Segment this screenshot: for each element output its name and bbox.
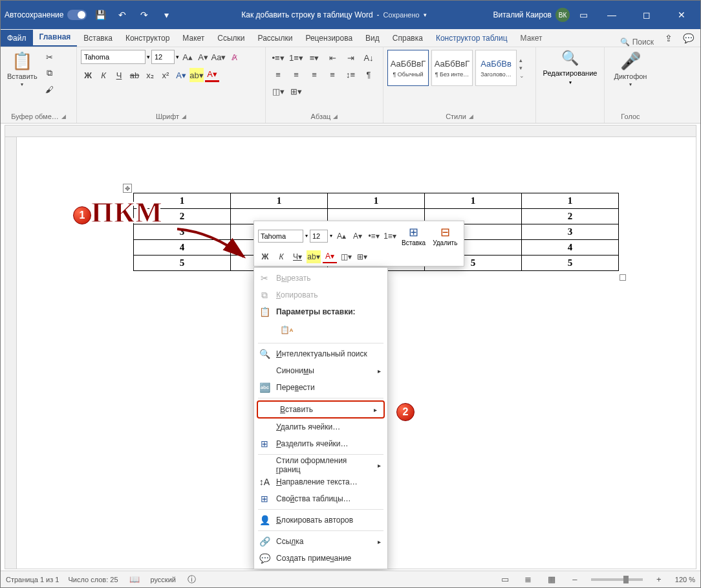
zoom-out-icon[interactable]: –: [568, 574, 582, 584]
text-effects-icon[interactable]: A▾: [174, 68, 188, 82]
mini-grow-font-icon[interactable]: A▴: [334, 230, 349, 243]
ctx-smart-lookup[interactable]: 🔍Интеллектуальный поиск: [254, 345, 387, 362]
styles-down-icon[interactable]: ▾: [519, 65, 524, 71]
tab-insert[interactable]: Вставка: [77, 30, 119, 47]
ctx-text-direction[interactable]: ↕AНаправление текста…: [254, 474, 387, 490]
redo-icon[interactable]: ↷: [136, 6, 153, 23]
ctx-synonyms[interactable]: Синонимы▸: [254, 362, 387, 379]
zoom-in-icon[interactable]: +: [652, 574, 666, 584]
format-painter-icon[interactable]: 🖌: [43, 82, 57, 96]
ctx-split-cells[interactable]: ⊞Разделить ячейки…: [254, 435, 387, 452]
bold-button[interactable]: Ж: [81, 68, 95, 82]
tab-references[interactable]: Ссылки: [211, 30, 251, 47]
font-name-input[interactable]: [81, 50, 146, 64]
justify-icon[interactable]: ≡: [324, 67, 341, 82]
undo-icon[interactable]: ↶: [114, 6, 131, 23]
ctx-new-comment[interactable]: 💬Создать примечание: [254, 550, 387, 567]
qat-more-icon[interactable]: ▾: [158, 6, 175, 23]
zoom-level[interactable]: 120 %: [675, 576, 695, 583]
style-normal[interactable]: АаБбВвГ ¶ Обычный: [387, 50, 429, 86]
close-button[interactable]: ✕: [667, 5, 696, 25]
language-status[interactable]: русский: [151, 576, 176, 583]
multilevel-icon[interactable]: ≡▾: [306, 50, 323, 65]
align-left-icon[interactable]: ≡: [270, 67, 286, 82]
style-no-spacing[interactable]: АаБбВвГ ¶ Без инте…: [431, 50, 473, 86]
ctx-delete-cells[interactable]: Удалить ячейки…: [254, 419, 387, 435]
borders-icon[interactable]: ⊞▾: [288, 83, 305, 99]
tab-layout[interactable]: Макет: [176, 30, 211, 47]
table-resize-handle[interactable]: [620, 274, 626, 281]
italic-button[interactable]: К: [96, 68, 111, 82]
mini-font-color-icon[interactable]: A▾: [323, 250, 337, 263]
tab-home[interactable]: Главная: [33, 28, 78, 47]
align-center-icon[interactable]: ≡: [288, 67, 305, 82]
tab-design[interactable]: Конструктор: [119, 30, 176, 47]
numbering-icon[interactable]: 1≡▾: [288, 50, 305, 65]
ribbon-options-icon[interactable]: ▭: [575, 6, 592, 23]
tab-table-layout[interactable]: Макет: [514, 30, 549, 47]
styles-up-icon[interactable]: ▴: [519, 57, 524, 63]
superscript-icon[interactable]: x²: [158, 68, 173, 82]
underline-button[interactable]: Ч: [112, 68, 126, 82]
clear-format-icon[interactable]: A̷: [227, 50, 241, 64]
sort-icon[interactable]: A↓: [360, 50, 377, 65]
ctx-border-styles[interactable]: Стили оформления границ▸: [254, 457, 387, 474]
bullets-icon[interactable]: •≡▾: [270, 50, 286, 65]
horizontal-ruler[interactable]: [5, 125, 696, 137]
launcher-icon[interactable]: ◢: [469, 113, 473, 120]
share-icon[interactable]: ⇪: [660, 30, 677, 47]
find-icon[interactable]: 🔍: [561, 50, 579, 67]
mini-delete-button[interactable]: ⊟Удалить: [430, 224, 460, 248]
highlight-icon[interactable]: ab▾: [189, 68, 204, 82]
mini-numbering-icon[interactable]: 1≡▾: [383, 230, 397, 243]
tab-table-design[interactable]: Конструктор таблиц: [429, 30, 514, 47]
tab-mailings[interactable]: Рассылки: [252, 30, 299, 47]
font-size-input[interactable]: [151, 50, 175, 64]
ctx-insert[interactable]: Вставить▸: [257, 400, 385, 419]
cut-icon[interactable]: ✂: [43, 50, 57, 64]
font-color-icon[interactable]: A▾: [205, 68, 219, 82]
minimize-button[interactable]: —: [597, 5, 627, 25]
web-layout-icon[interactable]: ▦: [545, 574, 559, 584]
mini-insert-button[interactable]: ⊞Вставка: [399, 224, 428, 248]
word-count[interactable]: Число слов: 25: [68, 576, 118, 583]
ctx-copy[interactable]: ⧉Копировать: [254, 287, 387, 303]
strike-button[interactable]: ab: [127, 68, 142, 82]
save-icon[interactable]: 💾: [92, 6, 109, 23]
launcher-icon[interactable]: ◢: [333, 113, 338, 120]
print-layout-icon[interactable]: ≣: [521, 574, 535, 584]
grow-font-icon[interactable]: A▴: [180, 50, 195, 64]
autosave-toggle[interactable]: Автосохранение: [5, 10, 87, 20]
copy-icon[interactable]: ⧉: [43, 66, 57, 80]
mini-font-size[interactable]: [310, 230, 328, 243]
read-mode-icon[interactable]: ▭: [498, 574, 512, 584]
tab-review[interactable]: Рецензирова: [299, 30, 359, 47]
vertical-ruler[interactable]: [5, 137, 17, 569]
spellcheck-icon[interactable]: 📖: [127, 574, 142, 584]
ctx-link[interactable]: 🔗Ссылка▸: [254, 533, 387, 550]
mini-underline-icon[interactable]: Ч▾: [290, 250, 305, 263]
maximize-button[interactable]: ◻: [632, 5, 662, 25]
comments-icon[interactable]: 💬: [680, 30, 696, 47]
line-spacing-icon[interactable]: ↕≡: [342, 67, 359, 82]
zoom-slider[interactable]: [591, 578, 643, 581]
launcher-icon[interactable]: ◢: [61, 113, 66, 120]
mini-highlight-icon[interactable]: ab▾: [307, 250, 321, 263]
outdent-icon[interactable]: ⇤: [324, 50, 341, 65]
mini-font-name[interactable]: [258, 230, 303, 243]
indent-icon[interactable]: ⇥: [342, 50, 359, 65]
launcher-icon[interactable]: ◢: [182, 113, 186, 120]
mini-borders-icon[interactable]: ⊞▾: [355, 250, 369, 263]
style-heading1[interactable]: АаБбВв Заголово…: [475, 50, 517, 86]
paste-button[interactable]: 📋 Вставить ▾: [5, 50, 40, 89]
table-move-handle[interactable]: ✥: [123, 184, 132, 193]
show-marks-icon[interactable]: ¶: [360, 67, 377, 82]
shrink-font-icon[interactable]: A▾: [196, 50, 210, 64]
mini-bullets-icon[interactable]: •≡▾: [367, 230, 381, 243]
mini-bold[interactable]: Ж: [258, 250, 272, 263]
dictate-button[interactable]: 🎤 Диктофон ▾: [609, 50, 652, 89]
ctx-table-properties[interactable]: ⊞Свойства таблицы…: [254, 490, 387, 507]
search-box[interactable]: 🔍 Поиск: [614, 38, 660, 47]
styles-more-icon[interactable]: ⌄: [519, 72, 524, 79]
ctx-block-authors[interactable]: 👤Блокировать авторов: [254, 512, 387, 528]
